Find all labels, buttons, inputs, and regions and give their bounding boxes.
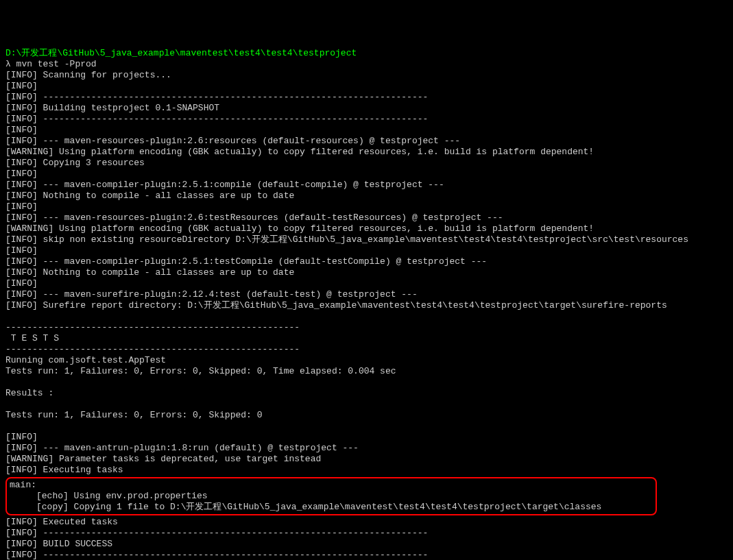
highlighted-annotation: main: [echo] Using env.prod.properties […: [5, 477, 657, 515]
output-block: [INFO] Scanning for projects... [INFO] […: [5, 70, 728, 476]
cwd-path: D:\开发工程\GitHub\5_java_example\maventest\…: [5, 48, 357, 58]
terminal-output[interactable]: D:\开发工程\GitHub\5_java_example\maventest\…: [5, 48, 728, 560]
prompt-symbol: λ: [5, 59, 16, 69]
output-block-after: [INFO] Executed tasks [INFO] -----------…: [5, 517, 728, 560]
command-text: mvn test -Pprod: [16, 59, 97, 69]
